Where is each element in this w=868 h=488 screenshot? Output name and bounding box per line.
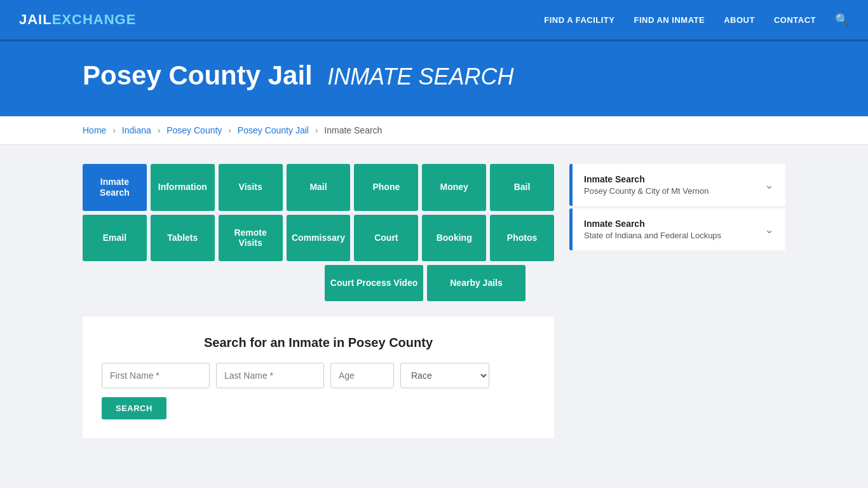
logo-jail: JAIL <box>19 11 52 28</box>
logo-exchange: EXCHANGE <box>52 11 137 28</box>
search-button[interactable]: SEARCH <box>102 397 166 419</box>
last-name-input[interactable] <box>216 363 324 388</box>
nav-links: FIND A FACILITY FIND AN INMATE ABOUT CON… <box>544 13 849 27</box>
sidebar-item-indiana-text: Inmate Search State of Indiana and Feder… <box>584 219 721 240</box>
breadcrumb: Home › Indiana › Posey County › Posey Co… <box>0 116 868 145</box>
sidebar-item-posey-header[interactable]: Inmate Search Posey County & City of Mt … <box>569 164 785 206</box>
tab-information[interactable]: Information <box>151 164 215 211</box>
sidebar-item-indiana-subtitle: State of Indiana and Federal Lockups <box>584 231 721 240</box>
content-left: Inmate Search Information Visits Mail Ph… <box>83 164 554 451</box>
tab-court[interactable]: Court <box>354 215 418 262</box>
breadcrumb-indiana[interactable]: Indiana <box>122 125 151 135</box>
nav-find-facility[interactable]: FIND A FACILITY <box>544 15 614 25</box>
breadcrumb-sep-4: › <box>315 125 318 135</box>
chevron-down-icon: ⌄ <box>764 178 774 192</box>
breadcrumb-sep-3: › <box>228 125 231 135</box>
tab-remote-visits[interactable]: Remote Visits <box>219 215 283 262</box>
breadcrumb-posey-county-jail[interactable]: Posey County Jail <box>238 125 309 135</box>
tab-row-2: Email Tablets Remote Visits Commissary C… <box>83 215 554 262</box>
sidebar-item-posey-subtitle: Posey County & City of Mt Vernon <box>584 186 709 196</box>
breadcrumb-sep-1: › <box>112 125 116 135</box>
search-box: Search for an Inmate in Posey County Rac… <box>83 316 554 438</box>
logo-link[interactable]: JAIL EXCHANGE <box>19 11 136 28</box>
tab-visits[interactable]: Visits <box>219 164 283 211</box>
main-content: Inmate Search Information Visits Mail Ph… <box>0 145 868 470</box>
sidebar-item-indiana-federal: Inmate Search State of Indiana and Feder… <box>569 208 785 250</box>
tab-bail[interactable]: Bail <box>490 164 554 211</box>
tab-email[interactable]: Email <box>83 215 147 262</box>
hero-section: Posey County Jail INMATE SEARCH <box>0 41 868 116</box>
tab-mail[interactable]: Mail <box>287 164 351 211</box>
breadcrumb-home[interactable]: Home <box>83 125 106 135</box>
tab-photos[interactable]: Photos <box>490 215 554 262</box>
tab-booking[interactable]: Booking <box>422 215 486 262</box>
page-title: Posey County Jail INMATE SEARCH <box>83 60 849 91</box>
navbar: JAIL EXCHANGE FIND A FACILITY FIND AN IN… <box>0 0 868 41</box>
sidebar-item-indiana-header[interactable]: Inmate Search State of Indiana and Feder… <box>569 208 785 250</box>
tab-row-1: Inmate Search Information Visits Mail Ph… <box>83 164 554 211</box>
sidebar-item-posey-county: Inmate Search Posey County & City of Mt … <box>569 164 785 206</box>
tab-phone[interactable]: Phone <box>354 164 418 211</box>
breadcrumb-sep-2: › <box>158 125 161 135</box>
search-title: Search for an Inmate in Posey County <box>102 336 535 350</box>
nav-find-inmate[interactable]: FIND AN INMATE <box>634 15 705 25</box>
tab-court-process-video[interactable]: Court Process Video <box>325 265 423 301</box>
first-name-input[interactable] <box>102 363 210 388</box>
breadcrumb-current: Inmate Search <box>324 125 382 135</box>
breadcrumb-posey-county[interactable]: Posey County <box>166 125 222 135</box>
search-fields: Race White Black Hispanic Asian Other <box>102 363 535 388</box>
race-select[interactable]: Race White Black Hispanic Asian Other <box>400 363 489 388</box>
age-input[interactable] <box>330 363 394 388</box>
tab-commissary[interactable]: Commissary <box>287 215 351 262</box>
sidebar-item-indiana-title: Inmate Search <box>584 219 721 229</box>
tab-row-3: Court Process Video Nearby Jails <box>83 265 554 301</box>
search-icon[interactable]: 🔍 <box>835 13 849 27</box>
nav-about[interactable]: ABOUT <box>724 15 755 25</box>
sidebar-item-posey-text: Inmate Search Posey County & City of Mt … <box>584 174 709 196</box>
sidebar: Inmate Search Posey County & City of Mt … <box>569 164 785 253</box>
sidebar-item-posey-title: Inmate Search <box>584 174 709 184</box>
tab-money[interactable]: Money <box>422 164 486 211</box>
tab-nearby-jails[interactable]: Nearby Jails <box>427 265 526 301</box>
chevron-down-icon-2: ⌄ <box>764 222 774 236</box>
tab-tablets[interactable]: Tablets <box>151 215 215 262</box>
tab-inmate-search[interactable]: Inmate Search <box>83 164 147 211</box>
nav-contact[interactable]: CONTACT <box>774 15 816 25</box>
